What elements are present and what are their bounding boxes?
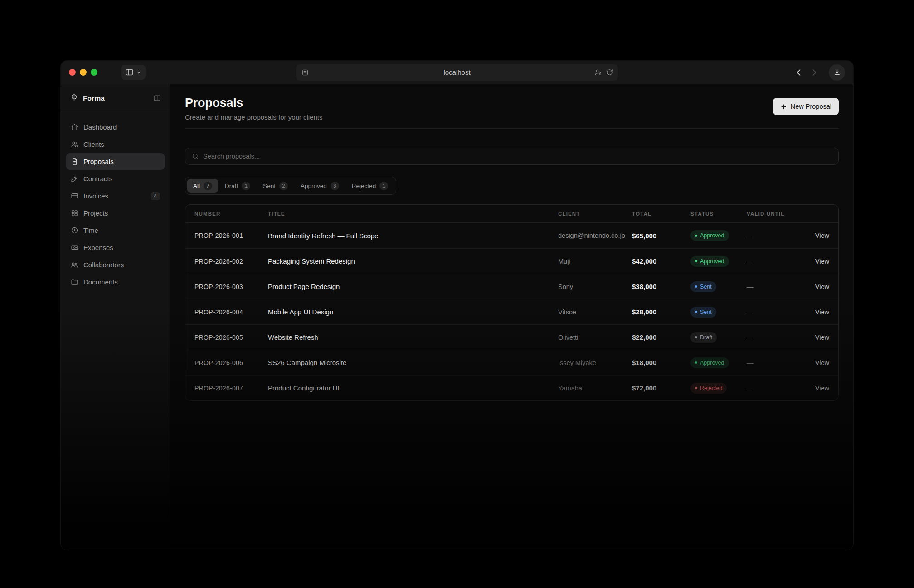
sidebar-item-label: Expenses	[83, 244, 113, 251]
sidebar-item-contracts[interactable]: Contracts	[66, 170, 165, 187]
valid-until: —	[747, 308, 801, 316]
proposal-title: SS26 Campaign Microsite	[268, 359, 558, 366]
close-button[interactable]	[69, 69, 76, 76]
sidebar-item-projects[interactable]: Projects	[66, 205, 165, 222]
app-shell: Forma Dashboard Clients Proposals Contra…	[61, 84, 853, 550]
proposal-total: $65,000	[632, 232, 690, 240]
search-bar	[185, 148, 839, 165]
table-body: PROP-2026-001 Brand Identity Refresh — F…	[185, 223, 838, 400]
status-badge: Draft	[690, 332, 717, 343]
col-total: Total	[632, 211, 690, 217]
sidebar-item-clients[interactable]: Clients	[66, 136, 165, 153]
filter-draft[interactable]: Draft 1	[219, 179, 256, 193]
col-title: Title	[268, 211, 558, 217]
sidebar-item-time[interactable]: Time	[66, 222, 165, 239]
address-bar[interactable]: localhost	[296, 64, 618, 81]
filter-label: Draft	[225, 183, 238, 189]
proposal-number: PROP-2026-004	[194, 308, 268, 316]
search-input[interactable]	[203, 153, 832, 160]
status-badge: Approved	[690, 357, 729, 368]
passkey-icon[interactable]	[594, 68, 602, 76]
chevron-right-icon	[810, 68, 819, 77]
status-dot	[695, 311, 697, 313]
forward-button[interactable]	[810, 68, 819, 77]
proposal-total: $42,000	[632, 257, 690, 265]
valid-until: —	[747, 232, 801, 239]
chevron-left-icon	[794, 68, 803, 77]
filter-count: 1	[242, 182, 250, 190]
new-proposal-label: New Proposal	[791, 103, 831, 110]
proposal-total: $28,000	[632, 308, 690, 316]
back-button[interactable]	[794, 68, 803, 77]
header-divider	[185, 128, 839, 129]
proposal-number: PROP-2026-006	[194, 359, 268, 366]
browser-window: localhost Forma	[61, 61, 853, 550]
sidebar-item-label: Proposals	[83, 158, 114, 165]
nav-controls	[794, 64, 845, 81]
view-link[interactable]: View	[801, 283, 829, 290]
status-dot	[695, 235, 697, 237]
reader-icon	[301, 69, 309, 76]
proposal-client: Yamaha	[558, 385, 632, 392]
table-row: PROP-2026-007 Product Configurator UI Ya…	[185, 375, 838, 400]
proposal-client: Issey Miyake	[558, 359, 632, 366]
proposal-title: Mobile App UI Design	[268, 308, 558, 316]
sidebar-item-label: Dashboard	[83, 123, 117, 131]
sidebar-item-label: Documents	[83, 278, 118, 286]
proposal-title: Product Page Redesign	[268, 283, 558, 290]
view-link[interactable]: View	[801, 359, 829, 366]
proposal-title: Packaging System Redesign	[268, 257, 558, 265]
status-dot	[695, 387, 697, 389]
sidebar-toggle-button[interactable]	[121, 65, 146, 80]
banknote-icon	[71, 244, 78, 251]
reload-icon[interactable]	[606, 68, 613, 76]
filter-count: 1	[379, 182, 388, 190]
table-row: PROP-2026-001 Brand Identity Refresh — F…	[185, 223, 838, 248]
table-row: PROP-2026-006 SS26 Campaign Microsite Is…	[185, 350, 838, 375]
view-link[interactable]: View	[801, 308, 829, 316]
proposal-title: Website Refresh	[268, 333, 558, 341]
new-proposal-button[interactable]: New Proposal	[773, 98, 839, 115]
table-header: Number Title Client Total Status Valid u…	[185, 205, 838, 223]
filter-rejected[interactable]: Rejected 1	[346, 179, 394, 193]
status-badge: Sent	[690, 281, 716, 292]
view-link[interactable]: View	[801, 232, 829, 239]
proposal-number: PROP-2026-001	[194, 232, 268, 239]
filter-all[interactable]: All 7	[187, 179, 218, 193]
view-link[interactable]: View	[801, 385, 829, 392]
proposal-client: Sony	[558, 283, 632, 290]
table-row: PROP-2026-002 Packaging System Redesign …	[185, 248, 838, 274]
zoom-button[interactable]	[91, 69, 97, 76]
sidebar-item-proposals[interactable]: Proposals	[66, 153, 165, 170]
valid-until: —	[747, 334, 801, 341]
proposal-client: Olivetti	[558, 334, 632, 341]
url-text: localhost	[443, 68, 470, 76]
view-link[interactable]: View	[801, 258, 829, 265]
page-title: Proposals	[185, 96, 323, 110]
sidebar-item-dashboard[interactable]: Dashboard	[66, 119, 165, 135]
sidebar: Forma Dashboard Clients Proposals Contra…	[61, 84, 170, 550]
sidebar-item-invoices[interactable]: Invoices 4	[66, 188, 165, 204]
valid-until: —	[747, 385, 801, 392]
downloads-button[interactable]	[829, 64, 845, 81]
filter-count: 3	[331, 182, 339, 190]
status-badge: Approved	[690, 230, 729, 241]
minimize-button[interactable]	[80, 69, 87, 76]
filter-label: Rejected	[352, 183, 376, 189]
proposal-number: PROP-2026-003	[194, 283, 268, 290]
sidebar-item-expenses[interactable]: Expenses	[66, 239, 165, 256]
valid-until: —	[747, 258, 801, 265]
sidebar-item-collaborators[interactable]: Collaborators	[66, 256, 165, 273]
filter-approved[interactable]: Approved 3	[295, 179, 345, 193]
filter-sent[interactable]: Sent 2	[257, 179, 294, 193]
col-status: Status	[690, 211, 747, 217]
sidebar-item-documents[interactable]: Documents	[66, 274, 165, 290]
collapse-sidebar-button[interactable]	[153, 94, 161, 102]
proposals-table: Number Title Client Total Status Valid u…	[185, 204, 839, 401]
proposal-number: PROP-2026-002	[194, 258, 268, 265]
folder-icon	[71, 278, 78, 286]
collaborators-icon	[71, 261, 78, 269]
filter-label: Approved	[301, 183, 327, 189]
view-link[interactable]: View	[801, 334, 829, 341]
panel-icon	[153, 94, 161, 102]
